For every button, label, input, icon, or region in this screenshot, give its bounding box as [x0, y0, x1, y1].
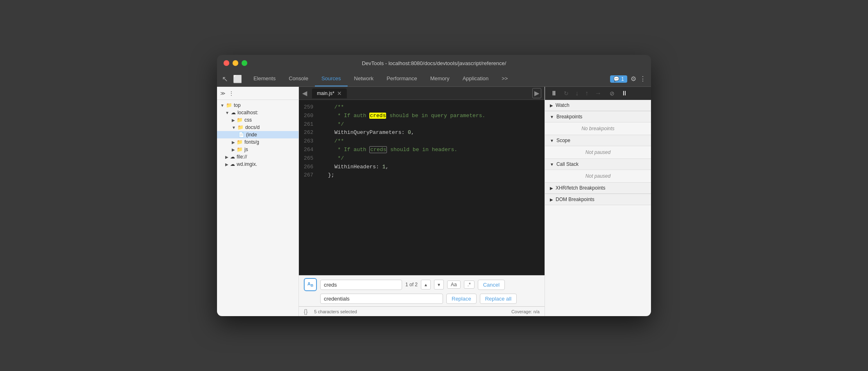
scope-section-label: Scope — [556, 138, 570, 143]
replace-input[interactable] — [320, 294, 443, 304]
step-button[interactable]: → — [594, 89, 602, 98]
scope-section-header[interactable]: ▼ Scope — [545, 135, 651, 146]
breakpoints-section-content: No breakpoints — [545, 122, 651, 135]
navigate-back-icon[interactable]: ◀ — [302, 89, 307, 97]
settings-icon[interactable]: ⚙ — [631, 75, 636, 83]
step-out-button[interactable]: ↑ — [584, 89, 589, 98]
find-input[interactable] — [320, 280, 402, 290]
find-next-button[interactable]: ▼ — [434, 280, 444, 290]
code-line-263: /** — [321, 137, 545, 146]
tree-item-index[interactable]: 📄 (inde — [217, 131, 298, 138]
tree-item-top[interactable]: ▼ 📁 top — [217, 102, 298, 109]
call-stack-section-header[interactable]: ▼ Call Stack — [545, 159, 651, 170]
line-num-262: 262 — [304, 129, 313, 137]
deactivate-breakpoints-button[interactable]: ⊘ — [609, 89, 615, 97]
tree-item-wd[interactable]: ▶ ☁ wd.imgix. — [217, 161, 298, 168]
editor-tab-mainjs[interactable]: main.js* ✕ — [312, 88, 347, 98]
pause-button[interactable]: ⏸ — [550, 89, 558, 98]
folder-icon: 📁 — [237, 147, 243, 152]
tree-item-localhost[interactable]: ▼ ☁ localhost: — [217, 109, 298, 116]
watch-section-header[interactable]: ▶ Watch — [545, 100, 651, 111]
tree-item-js[interactable]: ▶ 📁 js — [217, 146, 298, 153]
chevron-right-icon: ▶ — [225, 162, 228, 167]
sidebar-menu-icon[interactable]: ⋮ — [229, 90, 234, 96]
line-num-263: 263 — [304, 137, 313, 146]
search-highlight-1: creds — [369, 113, 386, 119]
sidebar-toolbar: ≫ ⋮ — [217, 87, 298, 100]
tree-item-label: fonts/g — [244, 139, 259, 145]
pause-on-exceptions-button[interactable]: ⏸ — [620, 89, 628, 98]
chevron-down-icon: ▼ — [550, 138, 554, 143]
chat-icon: 💬 — [613, 76, 619, 82]
maximize-button[interactable] — [242, 60, 247, 66]
code-editor[interactable]: 259 260 261 262 263 264 265 266 267 /** … — [299, 100, 545, 275]
run-icon[interactable]: ▶ — [532, 88, 541, 98]
step-over-button[interactable]: ↻ — [563, 89, 570, 97]
replace-all-button[interactable]: Replace all — [480, 294, 517, 304]
tree-item-label: top — [234, 102, 241, 108]
debug-toolbar: ⏸ ↻ ↓ ↑ → ⊘ ⏸ — [545, 87, 651, 100]
tab-elements[interactable]: Elements — [247, 71, 282, 86]
tab-memory[interactable]: Memory — [424, 71, 456, 86]
tree-item-css[interactable]: ▶ 📁 css — [217, 116, 298, 124]
tab-performance[interactable]: Performance — [380, 71, 423, 86]
code-lines: /** * If auth creds should be in query p… — [318, 100, 545, 275]
find-prev-button[interactable]: ▲ — [421, 280, 431, 290]
file-tree: ▼ 📁 top ▼ ☁ localhost: ▶ 📁 css ▼ 📁 — [217, 100, 298, 316]
tree-item-docs[interactable]: ▼ 📁 docs/d — [217, 124, 298, 131]
tree-item-file[interactable]: ▶ ☁ file:// — [217, 153, 298, 161]
chevron-right-icon: ▶ — [550, 103, 553, 108]
tree-item-label: docs/d — [245, 124, 260, 130]
more-menu-icon[interactable]: ⋮ — [640, 75, 646, 83]
right-sections: ▶ Watch ▼ Breakpoints No breakpoints ▼ S… — [545, 100, 651, 316]
tree-item-label: localhost: — [237, 110, 258, 115]
chevron-down-icon: ▼ — [232, 125, 236, 130]
tab-close-icon[interactable]: ✕ — [337, 90, 342, 97]
device-icon[interactable]: ⬜ — [233, 75, 242, 84]
folder-icon: 📁 — [226, 102, 232, 108]
ab-replace-icon: AB — [307, 281, 314, 287]
tabbar-right-controls: 💬 1 ⚙ ⋮ — [610, 75, 651, 83]
tree-item-label: wd.imgix. — [237, 161, 257, 167]
line-num-266: 266 — [304, 163, 313, 172]
dom-section-header[interactable]: ▶ DOM Breakpoints — [545, 194, 651, 205]
code-line-267: }; — [321, 171, 545, 180]
code-line-261: */ — [321, 120, 545, 129]
chevron-right-icon: ▶ — [550, 197, 553, 202]
tree-item-label: file:// — [237, 154, 247, 160]
badge-count: 1 — [621, 76, 624, 82]
code-line-262: WithinQueryParameters: 0, — [321, 129, 545, 137]
tab-more[interactable]: >> — [495, 71, 514, 86]
tab-application[interactable]: Application — [456, 71, 495, 86]
tab-console[interactable]: Console — [282, 71, 315, 86]
replace-button[interactable]: Replace — [446, 294, 477, 304]
minimize-button[interactable] — [233, 60, 238, 66]
right-panel: ⏸ ↻ ↓ ↑ → ⊘ ⏸ ▶ Watch ▼ Breakpoints — [545, 87, 651, 316]
match-case-button[interactable]: Aa — [447, 281, 461, 289]
notification-badge[interactable]: 💬 1 — [610, 75, 627, 83]
tree-item-fonts[interactable]: ▶ 📁 fonts/g — [217, 138, 298, 146]
inspect-icon[interactable]: ↖ — [222, 75, 228, 84]
scope-not-paused-text: Not paused — [585, 149, 610, 155]
line-num-259: 259 — [304, 103, 313, 112]
breakpoints-section-header[interactable]: ▼ Breakpoints — [545, 111, 651, 122]
replace-toggle-button[interactable]: AB — [304, 278, 317, 291]
editor-tabs: ◀ main.js* ✕ ▶ — [299, 87, 545, 100]
close-button[interactable] — [224, 60, 229, 66]
step-into-button[interactable]: ↓ — [574, 89, 579, 98]
tab-sources[interactable]: Sources — [315, 71, 348, 86]
chevron-down-icon: ▼ — [220, 103, 224, 108]
devtools-window: DevTools - localhost:8080/docs/devtools/… — [217, 55, 651, 316]
call-stack-section-content: Not paused — [545, 170, 651, 182]
cancel-button[interactable]: Cancel — [478, 280, 505, 290]
tree-item-label: (inde — [246, 132, 257, 138]
line-num-260: 260 — [304, 112, 313, 120]
tab-network[interactable]: Network — [348, 71, 380, 86]
file-sidebar: ≫ ⋮ ▼ 📁 top ▼ ☁ localhost: ▶ 📁 css — [217, 87, 299, 316]
nav-tabs: Elements Console Sources Network Perform… — [247, 71, 514, 86]
regex-button[interactable]: .* — [464, 281, 475, 289]
code-line-260: * If auth creds should be in query param… — [321, 112, 545, 120]
xhr-section-header[interactable]: ▶ XHR/fetch Breakpoints — [545, 183, 651, 194]
sidebar-collapse-icon[interactable]: ≫ — [220, 90, 226, 96]
cloud-icon: ☁ — [230, 161, 235, 167]
